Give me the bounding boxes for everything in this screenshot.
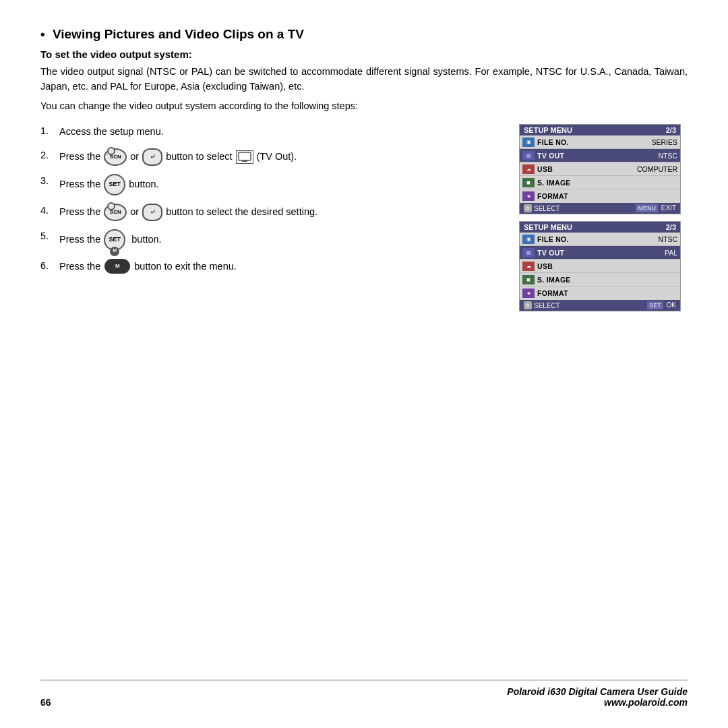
m-indicator: M xyxy=(110,247,119,256)
menu-button-icon: M xyxy=(104,259,130,274)
body-paragraph-2: You can change the video output system a… xyxy=(40,98,688,113)
brand-line-1: Polaroid i630 Digital Camera User Guide xyxy=(507,686,688,697)
tvout-icon-2: ▤ xyxy=(522,248,535,257)
step-4: 4. Press the SCN or ⤶ button to select t… xyxy=(40,204,506,221)
format-icon: ◈ xyxy=(522,191,535,201)
set-label: SET xyxy=(647,301,663,309)
step-3: 3. Press the SET button. xyxy=(40,174,506,195)
tvout-icon: ▤ xyxy=(522,151,535,160)
simage-icon: ◼ xyxy=(522,178,535,187)
svg-rect-1 xyxy=(242,160,247,162)
step-2: 2. Press the SCN or ⤶ button to select (… xyxy=(40,148,506,166)
menu1-header: SETUP MENU 2/3 xyxy=(520,125,680,135)
fileno-icon-2: ▣ xyxy=(522,235,535,244)
setup-menu-1: SETUP MENU 2/3 ▣ FILE NO. SERIES ▤ TV OU… xyxy=(519,124,681,214)
set-button-icon-2: SET M xyxy=(104,229,125,251)
simage-icon-2: ◼ xyxy=(522,275,535,284)
usb-icon-2: ☁ xyxy=(522,262,535,271)
page-title: • Viewing Pictures and Video Clips on a … xyxy=(40,27,688,42)
menus-column: SETUP MENU 2/3 ▣ FILE NO. SERIES ▤ TV OU… xyxy=(519,124,688,673)
arrow-button-icon: ⤶ xyxy=(142,148,162,166)
menu1-row-simage: ◼ S. IMAGE xyxy=(520,176,680,189)
brand-line-2: www.polaroid.com xyxy=(507,697,688,708)
content-area: 1. Access the setup menu. 2. Press the S… xyxy=(40,124,688,673)
step-5: 5. Press the SET M button. xyxy=(40,229,506,251)
page-footer: 66 Polaroid i630 Digital Camera User Gui… xyxy=(40,679,688,708)
usb-icon: ☁ xyxy=(522,164,535,174)
menu2-row-tvout: ▤ TV OUT PAL xyxy=(520,246,680,260)
menu1-row-tvout: ▤ TV OUT NTSC xyxy=(520,149,680,162)
format-icon-2: ◈ xyxy=(522,289,535,298)
scn-button-icon-2: SCN xyxy=(104,204,127,221)
step-1: 1. Access the setup menu. xyxy=(40,124,506,140)
menu1-footer: ⊕ SELECT MENU EXIT xyxy=(520,203,680,214)
menu2-row-format: ◈ FORMAT xyxy=(520,286,680,300)
tv-out-icon xyxy=(236,150,253,164)
menu1-row-format: ◈ FORMAT xyxy=(520,189,680,203)
fileno-icon: ▣ xyxy=(522,138,535,147)
menu1-row-usb: ☁ USB COMPUTER xyxy=(520,162,680,176)
footer-brand: Polaroid i630 Digital Camera User Guide … xyxy=(507,686,688,708)
menu2-footer: ⊕ SELECT SET OK xyxy=(520,300,680,311)
body-paragraph-1: The video output signal (NTSC or PAL) ca… xyxy=(40,64,688,94)
set-button-icon-1: SET xyxy=(104,174,125,195)
page: • Viewing Pictures and Video Clips on a … xyxy=(0,0,728,728)
arrow-button-icon-2: ⤶ xyxy=(142,204,162,221)
menu-label: MENU xyxy=(636,204,658,212)
menu2-row-simage: ◼ S. IMAGE xyxy=(520,273,680,286)
setup-menu-2: SETUP MENU 2/3 ▣ FILE NO. NTSC ▤ TV OUT … xyxy=(519,221,681,311)
scn-button-icon: SCN xyxy=(104,148,127,166)
step-6: 6. Press the M button to exit the menu. xyxy=(40,259,506,274)
section-subtitle: To set the video output system: xyxy=(40,49,688,60)
menu2-row-usb: ☁ USB xyxy=(520,260,680,273)
svg-rect-0 xyxy=(239,152,251,160)
select-icon-2: ⊕ xyxy=(524,301,532,309)
steps-column: 1. Access the setup menu. 2. Press the S… xyxy=(40,124,506,673)
select-icon: ⊕ xyxy=(524,204,532,212)
page-number: 66 xyxy=(40,697,51,708)
menu2-row-fileno: ▣ FILE NO. NTSC xyxy=(520,233,680,246)
menu1-row-fileno: ▣ FILE NO. SERIES xyxy=(520,135,680,149)
menu2-header: SETUP MENU 2/3 xyxy=(520,222,680,233)
